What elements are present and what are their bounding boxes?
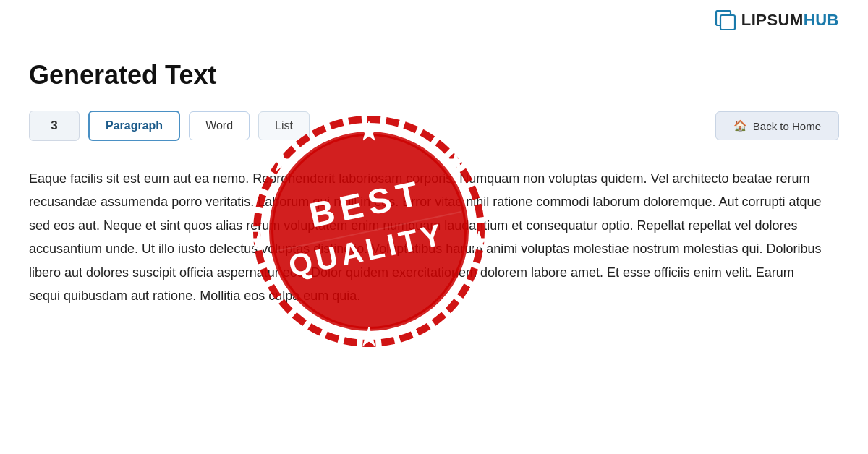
count-display: 3 (29, 111, 80, 141)
logo-text: LIPSUMHUB (741, 11, 839, 30)
back-to-home-button[interactable]: 🏠 Back to Home (715, 111, 839, 140)
generated-text: Eaque facilis sit est eum aut ea nemo. R… (29, 167, 825, 307)
tab-paragraph[interactable]: Paragraph (88, 111, 180, 141)
svg-rect-1 (720, 15, 735, 30)
header: LIPSUMHUB (0, 0, 868, 38)
controls-bar: 3 Paragraph Word List 🏠 Back to Home (29, 111, 839, 141)
page-title: Generated Text (29, 60, 839, 90)
back-button-label: Back to Home (753, 120, 821, 132)
tab-word[interactable]: Word (189, 111, 250, 140)
main-content: Generated Text 3 Paragraph Word List 🏠 B… (0, 38, 868, 329)
logo: LIPSUMHUB (715, 10, 839, 30)
logo-icon (715, 10, 736, 30)
svg-marker-10 (359, 327, 378, 346)
tab-list[interactable]: List (258, 111, 310, 140)
home-icon: 🏠 (733, 119, 747, 132)
